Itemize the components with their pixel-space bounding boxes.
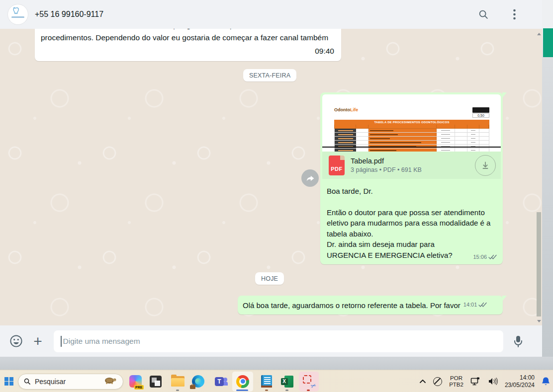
folder-icon: [171, 376, 184, 387]
desktop-screen: Bom dia tudo bem? Gostaria de saber por …: [0, 0, 553, 392]
file-info: Tabela.pdf 3 páginas • PDF • 691 KB: [351, 157, 422, 173]
text-cursor: [61, 336, 62, 347]
message-input[interactable]: Digite uma mensagem: [54, 330, 503, 352]
tray-notifications-button[interactable]: [542, 377, 550, 386]
double-check-icon: [478, 302, 487, 308]
forward-message-button[interactable]: [301, 169, 319, 187]
tray-volume-button[interactable]: [488, 377, 498, 386]
language-code: POR: [450, 375, 462, 381]
search-icon: [478, 9, 489, 20]
double-check-icon: [488, 254, 497, 260]
scissors-glyph: ✂: [310, 381, 317, 390]
pdf-badge-black-box: [472, 107, 489, 113]
message-composer-bar: + Digite uma mensagem: [0, 325, 542, 357]
pdf-table-header-row: [334, 125, 489, 129]
date-divider-friday: SEXTA-FEIRA: [243, 69, 296, 81]
file-message-status: 15:06: [473, 254, 497, 260]
taskbar-excel[interactable]: X: [278, 370, 295, 392]
taskbar-edge[interactable]: [190, 370, 206, 392]
pdf-table-row: [334, 141, 489, 145]
contact-avatar[interactable]: [8, 4, 28, 24]
active-indicator: [236, 390, 248, 391]
outgoing-file-message-bubble[interactable]: OdontoLife 0,50 TABELA DE PROCEDIMENTOS …: [320, 92, 503, 264]
file-name: Tabela.pdf: [351, 157, 422, 165]
microphone-icon: [512, 335, 524, 348]
date-divider-today: HOJE: [255, 272, 284, 285]
incoming-message-time: 09:40: [41, 45, 336, 57]
voice-message-button[interactable]: [511, 334, 525, 348]
copilot-preview-badge: PRE: [134, 385, 143, 390]
outgoing-message-status: 14:01: [463, 300, 487, 311]
dark-app-icon: [150, 376, 162, 388]
taskbar-notepad[interactable]: [259, 370, 275, 392]
running-indicator: [265, 390, 268, 391]
pdf-preview-logo-row: OdontoLife 0,50: [334, 107, 489, 118]
tray-chevron-button[interactable]: [419, 379, 426, 384]
teal-accent-bar: [543, 28, 553, 57]
incoming-message-text: Bom dia tudo bem? Gostaria de saber por …: [41, 29, 336, 44]
copilot-icon: PRE: [129, 375, 142, 388]
scrollbar-thumb[interactable]: [537, 212, 541, 316]
outgoing-message-bubble[interactable]: Olá boa tarde, aguardamos o retorno refe…: [238, 296, 503, 314]
pdf-preview-content: OdontoLife 0,50 TABELA DE PROCEDIMENTOS …: [334, 107, 489, 152]
snipping-tool-icon: ✂: [299, 372, 319, 392]
attach-plus-button[interactable]: +: [31, 334, 45, 348]
tray-date: 23/05/2024: [505, 382, 535, 389]
incoming-message-bubble[interactable]: Bom dia tudo bem? Gostaria de saber por …: [35, 29, 341, 61]
tooth-logo-icon: [13, 7, 23, 16]
emoji-button[interactable]: [9, 334, 23, 348]
taskbar-snipping-tool-active[interactable]: ✂: [298, 370, 319, 392]
scrollbar-down-arrow[interactable]: [537, 320, 541, 322]
taskbar-teams[interactable]: T: [213, 370, 230, 392]
running-indicator: [176, 390, 179, 391]
taskbar-file-explorer[interactable]: [169, 370, 186, 392]
tray-network-button[interactable]: [470, 377, 481, 386]
start-button[interactable]: [2, 370, 16, 392]
running-indicator: [285, 390, 288, 391]
file-message-text: Boa tarde, Dr. Então o doutor para que p…: [322, 179, 501, 260]
search-in-chat-button[interactable]: [477, 8, 489, 20]
chat-menu-button[interactable]: [508, 8, 520, 20]
taskbar-dark-app[interactable]: [148, 370, 163, 392]
pdf-badge-value: 0,50: [472, 113, 489, 118]
message-paragraph: Dr. ainda sim deseja mudar para URGENCIA…: [327, 239, 497, 260]
tray-blocked-status-button[interactable]: [433, 377, 442, 386]
taskbar-search-placeholder: Pesquisar: [35, 378, 66, 386]
teams-icon: T: [215, 376, 228, 388]
windows-logo-icon: [4, 377, 13, 386]
file-message-time: 15:06: [473, 254, 487, 260]
taskbar-copilot[interactable]: PRE: [127, 370, 143, 392]
chevron-up-icon: [419, 379, 426, 384]
pdf-preview-image[interactable]: OdontoLife 0,50 TABELA DE PROCEDIMENTOS …: [322, 94, 501, 152]
chat-scrollbar[interactable]: [536, 29, 542, 325]
chat-header: +55 16 99160-9117: [0, 0, 542, 29]
network-display-icon: [470, 377, 481, 386]
download-button[interactable]: [475, 155, 496, 176]
emoji-smiley-icon: [9, 334, 23, 348]
system-tray: POR PTB2 14:00 23/05/2024: [419, 370, 550, 392]
tray-time: 14:00: [520, 374, 535, 381]
taskbar-chrome-active[interactable]: [232, 370, 254, 392]
bubble-tail: [502, 92, 507, 98]
message-paragraph: Então o doutor para que possa ser atendi…: [327, 207, 497, 239]
pdf-table-row: [334, 137, 489, 141]
search-icon: [23, 378, 31, 385]
forward-arrow-icon: [305, 174, 315, 183]
notification-bell-icon: [542, 377, 550, 386]
plus-icon: +: [33, 335, 42, 348]
taskbar-search[interactable]: Pesquisar: [18, 370, 123, 392]
edge-work-badge: [190, 385, 195, 389]
message-input-placeholder: Digite uma mensagem: [63, 337, 140, 346]
running-indicator: [307, 390, 310, 391]
pdf-table-row: [334, 129, 489, 133]
outgoing-message-time: 14:01: [463, 300, 477, 310]
tray-clock[interactable]: 14:00 23/05/2024: [505, 374, 535, 389]
tray-language-switcher[interactable]: POR PTB2: [449, 375, 463, 388]
pdf-preview-bottom-line: [322, 147, 501, 148]
contact-phone-title[interactable]: +55 16 99160-9117: [35, 10, 103, 19]
pdf-table-row: [334, 133, 489, 137]
chat-message-area[interactable]: Bom dia tudo bem? Gostaria de saber por …: [0, 29, 542, 325]
scrollbar-up-arrow[interactable]: [537, 33, 541, 35]
pdf-attachment-row[interactable]: PDF Tabela.pdf 3 páginas • PDF • 691 KB: [322, 152, 501, 179]
background-window-edge: [542, 0, 553, 357]
